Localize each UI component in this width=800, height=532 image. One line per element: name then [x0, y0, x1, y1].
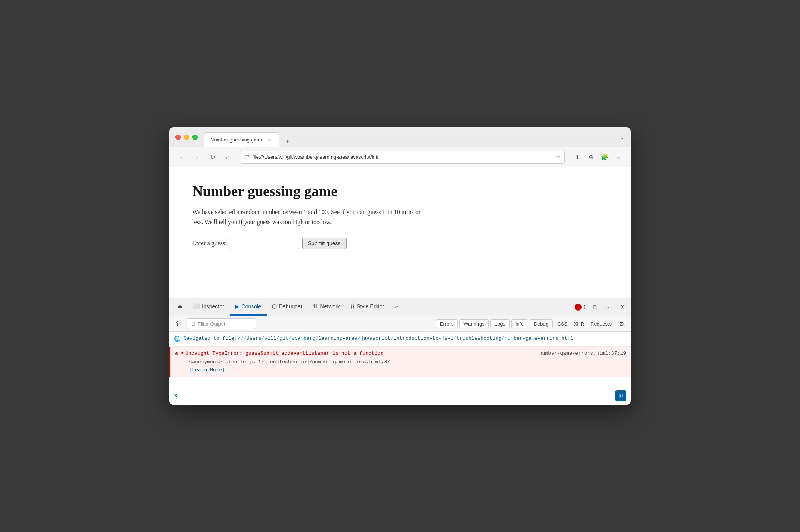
back-button[interactable]: ‹ — [175, 151, 188, 163]
reload-button[interactable]: ↻ — [206, 151, 218, 163]
submit-guess-button[interactable]: Submit guess — [302, 238, 347, 249]
error-count: 1 — [583, 304, 586, 310]
devtools-panel: ⬬ ⬜ Inspector ▶ Console ⬡ Debugger ⇅ Net… — [169, 298, 631, 405]
download-button[interactable]: ⬇ — [571, 151, 583, 163]
trash-icon: 🗑 — [175, 320, 182, 327]
address-text: file:///Users/will/git/wbamberg/learning… — [252, 154, 553, 160]
rss-button[interactable]: ⊕ — [585, 151, 597, 163]
picker-icon: ⬬ — [178, 303, 182, 310]
error-main-line: ▶ Uncaught TypeError: guessSubmit.addeve… — [181, 350, 383, 357]
filter-placeholder: Filter Output — [198, 321, 225, 327]
extensions-icon: 🧩 — [601, 153, 608, 161]
console-label: Console — [242, 303, 261, 309]
guess-input[interactable] — [230, 238, 299, 249]
xhr-filter-button[interactable]: XHR — [572, 320, 586, 328]
logs-filter-button[interactable]: Logs — [490, 319, 510, 328]
console-settings-button[interactable]: ⚙ — [616, 318, 627, 329]
title-bar: Number guessing game × + ⌄ — [169, 127, 631, 147]
error-badge: ! 1 — [575, 304, 586, 311]
debugger-label: Debugger — [279, 303, 303, 309]
new-tab-button[interactable]: + — [282, 136, 293, 147]
tab-more[interactable]: » — [390, 298, 403, 316]
devtools-tabs: ⬬ ⬜ Inspector ▶ Console ⬡ Debugger ⇅ Net… — [169, 298, 631, 316]
browser-tab[interactable]: Number guessing game × — [204, 132, 279, 147]
console-sidebar-toggle[interactable]: ⊞ — [615, 390, 626, 401]
window-dropdown[interactable]: ⌄ — [620, 133, 625, 141]
rss-icon: ⊕ — [588, 153, 593, 161]
console-toolbar: 🗑 ⊟ Filter Output Errors Warnings Logs I… — [169, 316, 631, 332]
error-expand-icon[interactable]: ▶ — [181, 350, 184, 356]
errors-filter-button[interactable]: Errors — [436, 319, 458, 328]
console-input-area: » ⊞ — [169, 386, 631, 405]
tab-picker[interactable]: ⬬ — [172, 298, 188, 316]
devtools-right-controls: ! 1 ⧉ ··· ✕ — [575, 302, 628, 313]
tab-style-editor[interactable]: {} Style Editor — [345, 298, 390, 316]
devtools-close-button[interactable]: ✕ — [617, 302, 628, 313]
nav-message-text: Navigated to file:///Users/will/git/wbam… — [183, 335, 626, 342]
filter-output-input[interactable]: ⊟ Filter Output — [187, 318, 256, 329]
page-shield-icon: 🛡 — [244, 154, 249, 160]
gear-icon: ⚙ — [619, 320, 624, 328]
sidebar-icon: ⊞ — [618, 392, 623, 399]
learn-more-link[interactable]: [Learn More] — [181, 366, 626, 374]
bookmark-icon[interactable]: ☆ — [556, 154, 560, 160]
console-nav-message: 🌐 Navigated to file:///Users/will/git/wb… — [169, 332, 631, 347]
guess-form: Enter a guess: Submit guess — [192, 238, 608, 249]
download-icon: ⬇ — [575, 153, 580, 161]
style-editor-label: Style Editor — [357, 303, 384, 309]
type-filters: CSS XHR Requests — [556, 320, 613, 328]
address-bar[interactable]: 🛡 file:///Users/will/git/wbamberg/learni… — [240, 151, 565, 164]
home-button[interactable]: ⌂ — [222, 151, 234, 163]
network-icon: ⇅ — [313, 303, 318, 309]
error-anon-line: <anonymous> …ion-to-js-1/troubleshooting… — [181, 358, 626, 366]
debug-filter-button[interactable]: Debug — [530, 319, 553, 328]
maximize-button[interactable] — [192, 135, 198, 140]
close-devtools-icon: ✕ — [620, 303, 625, 311]
warnings-filter-button[interactable]: Warnings — [459, 319, 488, 328]
error-icon-symbol: ! — [577, 305, 579, 309]
console-input[interactable] — [181, 392, 615, 398]
menu-button[interactable]: ≡ — [612, 151, 625, 163]
console-messages: 🌐 Navigated to file:///Users/will/git/wb… — [169, 332, 631, 386]
reload-icon: ↻ — [210, 153, 215, 161]
console-error-message: ⊗ ▶ Uncaught TypeError: guessSubmit.adde… — [169, 347, 631, 377]
error-dot: ! — [575, 304, 582, 311]
requests-filter-button[interactable]: Requests — [589, 320, 613, 328]
inspector-label: Inspector — [202, 303, 224, 309]
tab-label: Number guessing game — [210, 137, 263, 143]
page-title: Number guessing game — [192, 183, 608, 200]
filter-icon: ⊟ — [191, 321, 195, 327]
error-message-content: ▶ Uncaught TypeError: guessSubmit.addeve… — [181, 350, 626, 374]
home-icon: ⌂ — [226, 154, 230, 161]
split-view-button[interactable]: ⧉ — [589, 302, 600, 313]
tab-inspector[interactable]: ⬜ Inspector — [188, 298, 230, 316]
debugger-icon: ⬡ — [272, 303, 277, 309]
error-circle-icon: ⊗ — [175, 350, 178, 358]
style-editor-icon: {} — [351, 303, 354, 309]
tab-close-button[interactable]: × — [267, 137, 273, 143]
more-tabs-icon: » — [395, 303, 398, 309]
tab-console[interactable]: ▶ Console — [230, 298, 267, 316]
log-level-filters: Errors Warnings Logs Info Debug — [436, 319, 553, 328]
minimize-button[interactable] — [184, 135, 189, 140]
css-filter-button[interactable]: CSS — [556, 320, 569, 328]
extensions-button[interactable]: 🧩 — [598, 151, 611, 163]
tab-network[interactable]: ⇅ Network — [308, 298, 345, 316]
tabs-area: Number guessing game × + — [204, 127, 293, 147]
split-view-icon: ⧉ — [593, 304, 597, 311]
menu-icon: ≡ — [617, 154, 620, 161]
traffic-lights — [175, 135, 198, 140]
error-main-text: Uncaught TypeError: guessSubmit.addevent… — [185, 350, 383, 357]
devtools-more-button[interactable]: ··· — [603, 302, 614, 313]
network-label: Network — [320, 303, 340, 309]
toolbar-right: ⬇ ⊕ 🧩 ≡ — [571, 151, 625, 163]
inspector-icon: ⬜ — [193, 303, 200, 309]
info-filter-button[interactable]: Info — [511, 319, 528, 328]
close-button[interactable] — [175, 135, 181, 140]
tab-debugger[interactable]: ⬡ Debugger — [267, 298, 308, 316]
forward-icon: › — [196, 154, 198, 161]
error-file-ref[interactable]: number-game-errors.html:87:19 — [539, 350, 626, 357]
page-content: Number guessing game We have selected a … — [169, 167, 631, 298]
forward-button[interactable]: › — [191, 151, 203, 163]
clear-console-button[interactable]: 🗑 — [173, 318, 184, 329]
